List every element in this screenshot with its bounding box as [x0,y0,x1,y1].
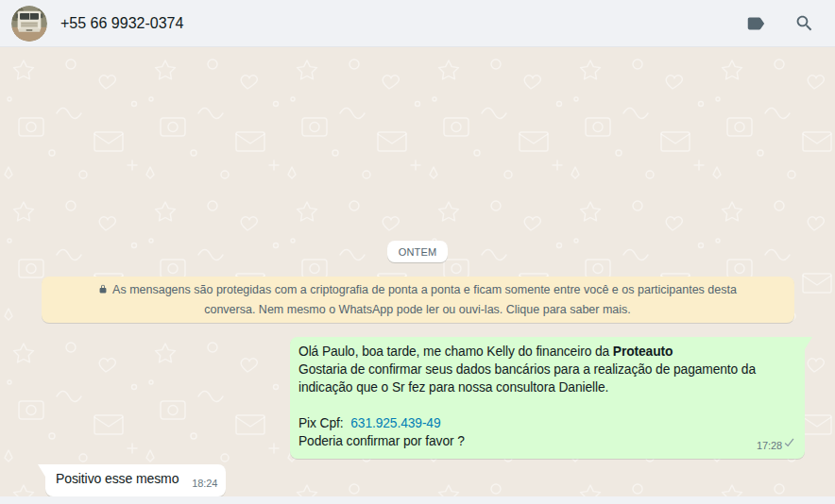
lock-icon [98,281,108,300]
message-text: Olá Paulo, boa tarde, me chamo Kelly do … [298,344,609,359]
chat-header: +55 66 9932-0374 [0,0,835,47]
truck-avatar-image [11,6,47,42]
message-text-bold: Proteauto [613,344,673,359]
message-line: Poderia confirmar por favor ? [298,432,796,450]
bubble-tail-out [805,337,812,349]
encryption-notice[interactable]: As mensagens são protegidas com a cripto… [42,277,794,323]
pix-cpf-link[interactable]: 631.925.439-49 [350,416,440,430]
chat-area: ONTEM As mensagens são protegidas com a … [0,47,835,496]
message-time: 17:28 [757,437,782,455]
avatar[interactable] [11,6,47,42]
search-icon[interactable] [794,13,814,33]
compose-bar [0,496,835,504]
message-outgoing[interactable]: Olá Paulo, boa tarde, me chamo Kelly do … [290,337,805,459]
message-incoming[interactable]: Positivo esse mesmo 18:24 [45,464,226,496]
pix-label: Pix Cpf: [298,416,344,430]
encryption-notice-text: As mensagens são protegidas com a cripto… [112,283,737,316]
label-icon[interactable] [745,13,766,34]
message-meta: 17:28 [757,436,798,455]
message-text: Positivo esse mesmo [56,471,179,486]
message-list: ONTEM As mensagens são protegidas com a … [0,241,835,496]
header-actions [745,13,814,34]
message-line: Gostaria de confirmar seus dados bancári… [298,361,796,396]
message-line: Pix Cpf: 631.925.439-49 [298,414,796,432]
paragraph-gap [298,396,796,414]
whatsapp-chat-window: +55 66 9932-0374 [0,0,835,504]
contact-phone-number[interactable]: +55 66 9932-0374 [60,15,732,32]
message-time: 18:24 [192,478,217,489]
message-line: Olá Paulo, boa tarde, me chamo Kelly do … [298,343,796,361]
single-check-icon [784,436,798,455]
bubble-tail-in [38,464,45,477]
date-divider: ONTEM [387,241,449,262]
